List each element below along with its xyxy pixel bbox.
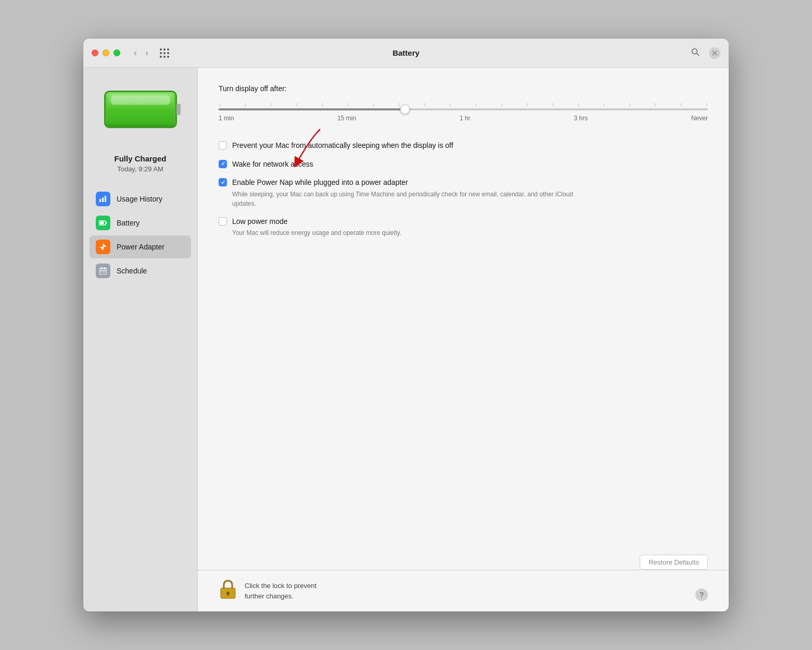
restore-defaults-button[interactable]: Restore Defaults [640,555,708,570]
lock-text-line1: Click the lock to prevent [245,581,316,591]
grid-button[interactable] [158,46,171,60]
sidebar-item-power-adapter[interactable]: Power Adapter [90,235,191,258]
slider-label-15min: 15 min [337,115,356,122]
help-button[interactable]: ? [695,589,708,601]
slider-labels: 1 min 15 min 1 hr 3 hrs Never [219,115,708,122]
svg-rect-9 [106,222,107,224]
power-adapter-icon [96,240,110,254]
battery-illustration [104,91,177,128]
checkbox-content-power-nap: Enable Power Nap while plugged into a po… [232,178,576,208]
checkbox-label-wake-network: Wake for network access [232,159,313,170]
checkbox-desc-power-nap: While sleeping, your Mac can back up usi… [232,190,576,208]
slider-section: Turn display off after: [219,84,708,122]
slider-label-3hrs: 3 hrs [574,115,588,122]
window-title-text: Battery [392,48,420,57]
svg-rect-6 [105,196,106,202]
checkbox-label-low-power: Low power mode [232,217,401,227]
forward-button[interactable]: › [142,46,151,59]
checkbox-row-prevent-sleep: Prevent your Mac from automatically slee… [219,136,708,155]
back-button[interactable]: ‹ [131,46,140,59]
checkbox-group: Prevent your Mac from automatically slee… [219,136,708,242]
sidebar-item-schedule[interactable]: Schedule [90,259,191,282]
sidebar-item-usage-history[interactable]: Usage History [90,188,191,210]
close-traffic-light[interactable] [92,49,98,56]
checkbox-row-wake-network: Wake for network access [219,155,708,174]
grid-icon [160,48,169,58]
lock-section: Click the lock to prevent further change… [198,570,729,611]
sidebar-item-battery-label: Battery [117,219,139,227]
main-panel: Turn display off after: [198,68,729,611]
titlebar-title: Battery [392,48,420,57]
sidebar-item-schedule-label: Schedule [117,267,147,275]
slider-label: Turn display off after: [219,84,708,93]
svg-rect-4 [99,199,101,202]
checkbox-content-wake-network: Wake for network access [232,159,313,170]
slider-label-1hr: 1 hr [460,115,471,122]
minimize-traffic-light[interactable] [103,49,109,56]
schedule-icon [96,264,110,278]
window-close-button[interactable] [709,47,720,59]
titlebar: ‹ › Battery [83,39,729,68]
checkbox-low-power[interactable] [219,217,227,226]
checkbox-content-prevent-sleep: Prevent your Mac from automatically slee… [232,141,453,151]
battery-status-label: Fully Charged [114,154,166,163]
content: Fully Charged Today, 9:29 AM Usage Histo… [83,68,729,611]
slider-filled [219,108,404,110]
lock-text: Click the lock to prevent further change… [245,581,316,601]
slider-label-1min: 1 min [219,115,234,122]
slider-thumb[interactable] [400,105,410,114]
checkbox-label-prevent-sleep: Prevent your Mac from automatically slee… [232,141,453,151]
battery-nav-icon [96,216,110,230]
sidebar-item-battery[interactable]: Battery [90,211,191,234]
sidebar-item-usage-history-label: Usage History [117,195,162,203]
lock-icon[interactable] [219,579,237,603]
svg-rect-21 [227,593,229,596]
svg-marker-10 [100,243,106,251]
checkbox-wake-network[interactable] [219,160,227,168]
svg-rect-17 [105,271,106,272]
svg-rect-8 [100,222,104,224]
checkbox-prevent-sleep[interactable] [219,141,227,149]
maximize-traffic-light[interactable] [113,49,120,56]
nav-buttons: ‹ › [131,46,151,59]
sidebar-item-power-adapter-label: Power Adapter [117,243,164,251]
battery-status-time: Today, 9:29 AM [117,165,163,173]
slider-label-never: Never [691,115,708,122]
usage-history-icon [96,192,110,206]
checkbox-power-nap[interactable] [219,178,227,186]
svg-line-1 [697,53,699,55]
checkbox-content-low-power: Low power mode Your Mac will reduce ener… [232,217,401,238]
sidebar-nav: Usage History Battery [83,188,197,283]
svg-rect-5 [102,197,104,202]
checkbox-row-low-power: Low power mode Your Mac will reduce ener… [219,213,708,242]
checkbox-desc-low-power: Your Mac will reduce energy usage and op… [232,228,401,238]
battery-highlight [111,95,170,105]
checkbox-row-power-nap: Enable Power Nap while plugged into a po… [219,173,708,213]
slider-track[interactable] [219,108,708,110]
checkbox-label-power-nap: Enable Power Nap while plugged into a po… [232,178,576,188]
svg-rect-16 [103,271,104,272]
traffic-lights [92,49,120,56]
battery-icon-container [99,91,182,138]
window: ‹ › Battery [83,39,729,611]
slider-track-wrapper [219,100,708,110]
search-button[interactable] [691,48,700,58]
lock-text-line2: further changes. [245,591,316,602]
svg-rect-15 [100,271,102,272]
sidebar: Fully Charged Today, 9:29 AM Usage Histo… [83,68,198,611]
